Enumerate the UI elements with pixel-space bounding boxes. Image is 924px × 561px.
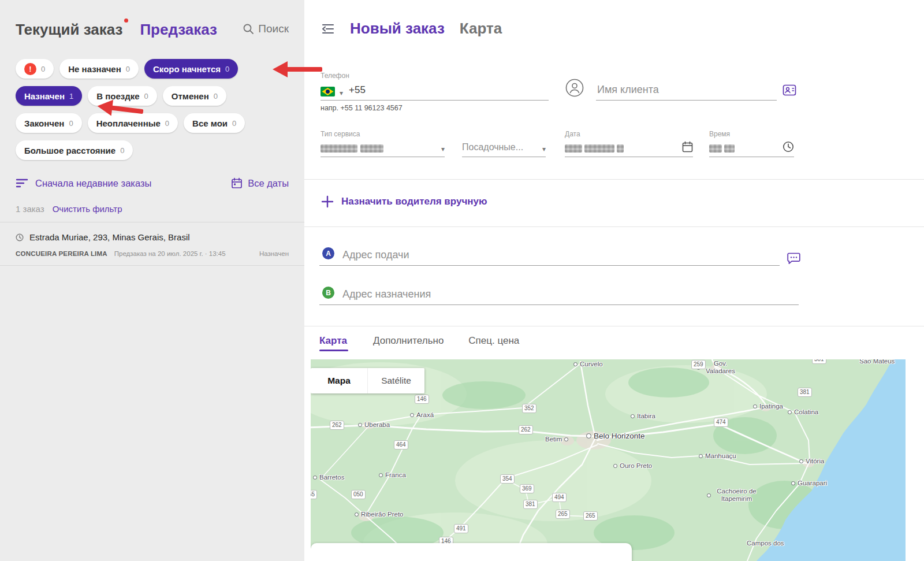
road-shield: 474: [714, 418, 728, 427]
client-name-input[interactable]: [596, 83, 777, 96]
map-city-label: Manhuaçu: [699, 452, 736, 459]
phone-label: Телефон: [321, 72, 349, 80]
map-type-map-button[interactable]: Mapa: [311, 368, 367, 393]
city-dot-icon: [586, 433, 591, 439]
pickup-address-field[interactable]: [319, 245, 780, 266]
road-shield: 262: [330, 421, 344, 430]
filter-chip-starting-soon[interactable]: Скоро начнется 0: [144, 59, 238, 79]
phone-field[interactable]: ▾: [321, 80, 549, 101]
filter-chip-in-trip[interactable]: В поездке 0: [88, 86, 157, 106]
divider: [304, 226, 924, 227]
map-city-label: Ribeirão Preto: [355, 511, 404, 518]
map-type-satellite-button[interactable]: Satélite: [367, 368, 424, 393]
detail-subtabs: Карта Дополнительно Спец. цена: [319, 335, 519, 347]
plus-icon: [321, 195, 334, 208]
road-shield: 494: [552, 493, 567, 502]
orders-sidebar: Текущий заказ Предзаказ Поиск ! 0 Не наз…: [0, 0, 304, 561]
alert-icon: !: [24, 63, 36, 75]
map-city-label: Itabira: [631, 413, 655, 419]
road-shield: 381: [523, 500, 538, 509]
map-city-label: Ouro Preto: [613, 462, 652, 469]
road-shield: 301: [812, 359, 826, 364]
pickup-address-input[interactable]: [341, 248, 780, 262]
road-shield: 369: [520, 484, 534, 493]
city-dot-icon: [799, 459, 803, 463]
new-order-panel: Новый заказ Карта Телефон ▾ напр. +55 11…: [304, 0, 924, 561]
comment-bubble-icon[interactable]: [787, 252, 800, 265]
service-type-select[interactable]: ▾: [321, 139, 445, 157]
contacts-book-icon[interactable]: [783, 84, 796, 96]
client-name-field[interactable]: [596, 80, 777, 101]
order-status-badge: Назначен: [259, 250, 289, 257]
boarding-select[interactable]: Посадочные... ▾: [462, 139, 546, 157]
order-client-name: CONCUEIRA PEREIRA LIMA: [16, 250, 107, 257]
map-city-label: Ipatinga: [753, 403, 783, 410]
filter-chip-alert[interactable]: ! 0: [16, 59, 54, 79]
brazil-flag-icon[interactable]: [321, 87, 335, 96]
map-city-label: Belo Horizonte: [586, 432, 645, 440]
search-control[interactable]: Поиск: [243, 23, 289, 35]
filter-chip-all-mine[interactable]: Все мои 0: [184, 113, 245, 133]
subtab-special-price[interactable]: Спец. цена: [468, 335, 519, 347]
service-type-label: Тип сервиса: [321, 130, 360, 138]
city-dot-icon: [358, 423, 362, 427]
time-field[interactable]: [709, 139, 794, 157]
tab-map-view[interactable]: Карта: [460, 20, 502, 38]
calendar-icon[interactable]: [682, 141, 693, 153]
filter-chip-long-distance[interactable]: Большое расстояние 0: [16, 140, 133, 160]
redacted-value: [724, 144, 735, 153]
road-shield: 265: [556, 510, 570, 519]
clock-icon[interactable]: [783, 141, 794, 153]
chevron-down-icon[interactable]: ▾: [340, 90, 343, 96]
map-city-label: Guarapari: [791, 480, 827, 486]
map-city-label: São Mateus: [859, 359, 895, 365]
status-filter-chips: ! 0 Не назначен 0 Скоро начнется 0 Назна…: [16, 59, 288, 160]
map-overlay-card[interactable]: [311, 543, 632, 561]
search-label: Поиск: [258, 23, 289, 35]
tab-current-order[interactable]: Текущий заказ: [16, 21, 122, 39]
filter-chip-finished[interactable]: Закончен 0: [16, 113, 82, 133]
redacted-value: [709, 144, 722, 153]
destination-address-field[interactable]: [319, 284, 799, 305]
road-shield: 354: [500, 474, 515, 484]
assign-driver-button[interactable]: Назначить водителя вручную: [321, 195, 487, 208]
filter-chip-cancelled[interactable]: Отменен 0: [163, 86, 226, 106]
city-dot-icon: [355, 512, 359, 517]
sort-order-label[interactable]: Сначала недавние заказы: [35, 178, 151, 189]
road-shield: 259: [691, 360, 706, 369]
subtab-map[interactable]: Карта: [319, 335, 347, 347]
redacted-value: [617, 144, 624, 153]
tab-new-order[interactable]: Новый заказ: [350, 20, 445, 38]
results-row: 1 заказ Очистить фильтр: [16, 204, 289, 214]
order-list-item[interactable]: Estrada Muriae, 293, Minas Gerais, Brasi…: [0, 222, 304, 266]
map-city-label: Vitória: [799, 458, 824, 465]
road-shield: 464: [394, 440, 408, 449]
map-city-label: Uberaba: [358, 421, 390, 428]
clear-filter-link[interactable]: Очистить фильтр: [53, 204, 122, 214]
filter-chip-unpaid[interactable]: Неоплаченные 0: [88, 113, 178, 133]
phone-hint: напр. +55 11 96123 4567: [321, 104, 403, 112]
orders-count: 1 заказ: [16, 204, 44, 214]
boarding-placeholder: Посадочные...: [462, 142, 523, 153]
chevron-down-icon: ▾: [441, 146, 445, 153]
destination-address-input[interactable]: [341, 288, 799, 301]
road-shield: 050: [351, 490, 366, 499]
city-dot-icon: [788, 410, 792, 414]
filter-chip-unassigned[interactable]: Не назначен 0: [59, 59, 139, 79]
filter-chip-assigned[interactable]: Назначен 1: [16, 86, 82, 106]
date-field[interactable]: [565, 139, 693, 157]
map[interactable]: Curvelo Gov. Valadares São Mateus Ipatin…: [311, 359, 906, 561]
city-dot-icon: [313, 475, 317, 480]
map-type-control: Mapa Satélite: [311, 368, 424, 393]
map-city-label: Curvelo: [573, 361, 603, 367]
collapse-sidebar-icon[interactable]: [321, 21, 336, 36]
sort-icon: [16, 177, 29, 189]
subtab-additional[interactable]: Дополнительно: [373, 335, 444, 347]
road-shield: 55: [311, 490, 317, 499]
time-label: Время: [709, 130, 730, 138]
phone-input[interactable]: [348, 84, 523, 96]
road-shield: 381: [798, 388, 812, 397]
date-label: Дата: [565, 130, 580, 138]
all-dates-filter[interactable]: Все даты: [231, 177, 289, 189]
tab-preorder[interactable]: Предзаказ: [140, 21, 217, 39]
